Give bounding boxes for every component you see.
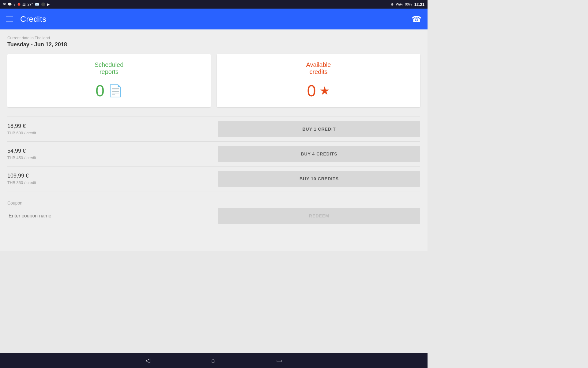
purchase-rate-2: THB 450 / credit [7, 155, 218, 160]
menu-button[interactable] [6, 17, 13, 21]
main-content: Current date in Thailand Tuesday - Jun 1… [0, 29, 428, 251]
purchase-info-3: 109,99 € THB 350 / credit [7, 173, 218, 185]
hamburger-line-3 [6, 21, 13, 21]
date-label: Current date in Thailand [7, 36, 420, 40]
circle-icon: ⚫ [41, 2, 45, 6]
download-icon: ↓ [14, 2, 16, 6]
coupon-label: Coupon [7, 201, 420, 205]
buy-10-credits-button[interactable]: BUY 10 CREDITS [218, 171, 420, 187]
purchase-info-2: 54,99 € THB 450 / credit [7, 148, 218, 160]
coupon-input[interactable] [7, 208, 218, 224]
hamburger-line-2 [6, 19, 13, 19]
available-credits-card: Availablecredits 0 ★ [217, 54, 420, 107]
document-icon: 📄 [108, 84, 123, 98]
available-credits-count: 0 [307, 82, 316, 100]
app-bar-right: ☎ [412, 14, 421, 24]
scheduled-reports-count: 0 [96, 82, 104, 100]
purchase-price-2: 54,99 € [7, 148, 218, 154]
page-title: Credits [20, 14, 47, 24]
purchase-info-1: 18,99 € THB 600 / credit [7, 123, 218, 135]
phone-icon[interactable]: ☎ [412, 14, 421, 24]
scheduled-reports-card: Scheduledreports 0 📄 [7, 54, 211, 107]
message-icon: ✉ [3, 2, 6, 6]
scheduled-reports-title: Scheduledreports [95, 61, 124, 75]
status-icons-left: ✉ 💬 ↓ 🔴 🖼 27° 📧 ⚫ ▶ [3, 2, 50, 6]
purchase-price-1: 18,99 € [7, 123, 218, 129]
status-bar: ✉ 💬 ↓ 🔴 🖼 27° 📧 ⚫ ▶ ⊖ WiFi 90% 12:21 [0, 0, 428, 9]
date-section: Current date in Thailand Tuesday - Jun 1… [7, 36, 420, 48]
buy-4-credits-button[interactable]: BUY 4 CREDITS [218, 146, 420, 162]
app-bar-left: Credits [6, 14, 47, 24]
coupon-row: REDEEM [7, 208, 420, 224]
purchase-row-3: 109,99 € THB 350 / credit BUY 10 CREDITS [7, 166, 420, 191]
battery-indicator: 90% [405, 2, 412, 6]
status-icons-right: ⊖ WiFi 90% 12:21 [391, 2, 424, 7]
scheduled-reports-value-row: 0 📄 [96, 82, 123, 100]
redeem-button[interactable]: REDEEM [218, 208, 420, 224]
wifi-icon: WiFi [396, 2, 403, 6]
buy-1-credit-button[interactable]: BUY 1 CREDIT [218, 121, 420, 137]
image-icon: 🖼 [22, 2, 26, 6]
purchase-rate-1: THB 600 / credit [7, 131, 218, 135]
coupon-section: Coupon REDEEM [7, 201, 420, 224]
hamburger-line-1 [6, 17, 13, 17]
app-bar: Credits ☎ [0, 9, 428, 29]
mail-icon: 📧 [35, 2, 39, 6]
temperature-label: 27° [28, 2, 33, 6]
play-icon: ▶ [47, 2, 50, 6]
purchase-rate-3: THB 350 / credit [7, 180, 218, 185]
available-credits-title: Availablecredits [306, 61, 331, 75]
purchase-row-2: 54,99 € THB 450 / credit BUY 4 CREDITS [7, 141, 420, 166]
star-icon: ★ [319, 84, 330, 98]
cards-row: Scheduledreports 0 📄 Availablecredits 0 … [7, 54, 420, 107]
available-credits-value-row: 0 ★ [307, 82, 330, 100]
purchase-price-3: 109,99 € [7, 173, 218, 179]
time-display: 12:21 [414, 2, 424, 7]
line-icon: 💬 [8, 2, 12, 6]
date-value: Tuesday - Jun 12, 2018 [7, 41, 420, 48]
purchase-section: 18,99 € THB 600 / credit BUY 1 CREDIT 54… [7, 117, 420, 191]
minus-icon: ⊖ [391, 2, 394, 6]
purchase-row-1: 18,99 € THB 600 / credit BUY 1 CREDIT [7, 117, 420, 141]
notification-icon: 🔴 [17, 3, 21, 6]
